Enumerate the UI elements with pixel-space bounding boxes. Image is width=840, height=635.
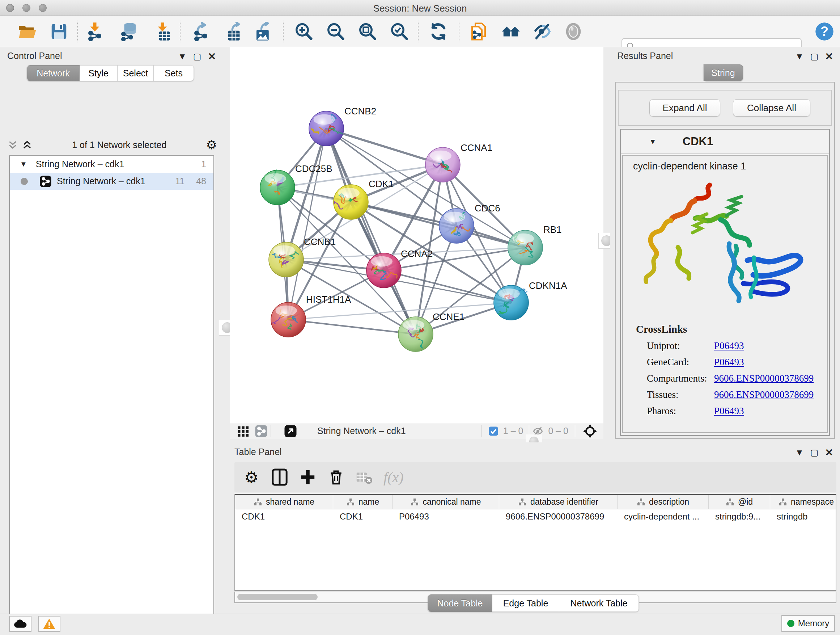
table-gear-icon[interactable]: ⚙ <box>240 466 263 488</box>
help-icon[interactable]: ? <box>815 22 834 41</box>
panel-float-icon[interactable]: ▢ <box>193 51 202 62</box>
memory-button[interactable]: Memory <box>782 615 835 632</box>
node-CDC25B[interactable] <box>260 170 295 205</box>
node-CCNB1[interactable] <box>269 242 303 277</box>
crosslink-link[interactable]: P06493 <box>714 340 744 352</box>
delete-table-icon[interactable] <box>353 466 376 488</box>
export-table-icon[interactable] <box>225 22 245 41</box>
preview-icon[interactable] <box>564 22 583 41</box>
function-builder-icon[interactable]: f(x) <box>384 466 404 488</box>
tab-network[interactable]: Network <box>27 65 80 81</box>
gene-entry-header[interactable]: ▼ CDK1 <box>621 130 829 154</box>
open-session-icon[interactable] <box>17 22 37 41</box>
export-network-icon[interactable] <box>191 22 210 41</box>
panel-float-icon[interactable]: ▢ <box>810 448 819 458</box>
hide-panels-icon[interactable] <box>532 22 552 41</box>
node-label-CDK1: CDK1 <box>369 179 393 189</box>
panel-collapse-icon[interactable]: ▼ <box>795 51 804 62</box>
node-CDC6[interactable] <box>439 209 474 243</box>
node-CDKN1A[interactable] <box>494 285 529 320</box>
share-view-icon[interactable] <box>255 424 268 438</box>
node-HIST1H1A[interactable] <box>271 302 306 337</box>
column-header-name[interactable]: name <box>333 495 393 509</box>
birdseye-icon[interactable] <box>583 424 598 439</box>
crosslink-link[interactable]: 9606.ENSP00000378699 <box>714 389 813 401</box>
tree-expand-icon[interactable]: ▼ <box>20 160 27 168</box>
delete-column-icon[interactable] <box>325 466 347 488</box>
tab-style[interactable]: Style <box>80 65 118 81</box>
panel-float-icon[interactable]: ▢ <box>810 51 819 62</box>
collapse-all-icon[interactable] <box>7 139 18 150</box>
table-cell[interactable]: CDK1 <box>333 509 393 524</box>
selected-checkbox-icon[interactable] <box>488 426 499 437</box>
tab-network-table[interactable]: Network Table <box>559 594 639 612</box>
import-network-database-icon[interactable] <box>119 22 139 41</box>
expand-all-icon[interactable] <box>22 139 33 150</box>
panel-close-icon[interactable]: ✕ <box>825 51 833 62</box>
node-CCNA2[interactable] <box>366 253 401 288</box>
table-cell[interactable]: 9606.ENSP00000378699 <box>499 509 617 524</box>
column-header-canonical-name[interactable]: canonical name <box>393 495 499 509</box>
network-collection-row[interactable]: ▼ String Network – cdk1 1 <box>10 156 213 173</box>
import-table-file-icon[interactable] <box>153 22 172 41</box>
table-row[interactable]: CDK1CDK1P064939606.ENSP00000378699cyclin… <box>235 509 836 524</box>
node-CCNA1[interactable] <box>425 147 460 182</box>
table-cell[interactable]: cyclin-dependent ... <box>617 509 709 524</box>
zoom-selected-icon[interactable] <box>390 22 409 41</box>
tab-edge-table[interactable]: Edge Table <box>493 594 559 612</box>
table-cell[interactable]: stringdb <box>770 509 840 524</box>
warning-icon <box>43 618 56 630</box>
crosslink-link[interactable]: P06493 <box>714 405 744 417</box>
column-header-shared-name[interactable]: shared name <box>235 495 333 509</box>
cloud-button[interactable] <box>9 616 32 632</box>
node-CDK1[interactable] <box>333 185 368 219</box>
export-image-icon[interactable] <box>253 22 273 41</box>
collapse-all-button[interactable]: Collapse All <box>733 99 810 117</box>
network-row-selected[interactable]: String Network – cdk1 11 48 <box>10 173 213 190</box>
columns-icon[interactable] <box>268 466 291 488</box>
expand-all-button[interactable]: Expand All <box>649 99 720 117</box>
clone-network-icon[interactable] <box>469 22 488 41</box>
open-in-window-icon[interactable] <box>284 424 297 438</box>
panel-close-icon[interactable]: ✕ <box>208 51 216 62</box>
table-cell[interactable]: stringdb:9... <box>709 509 770 524</box>
add-column-icon[interactable] <box>297 466 319 488</box>
panel-collapse-icon[interactable]: ▼ <box>795 448 804 458</box>
table-cell[interactable]: P06493 <box>393 509 499 524</box>
tab-sets[interactable]: Sets <box>154 65 194 81</box>
table-tabs: Node TableEdge TableNetwork Table <box>428 594 639 612</box>
network-options-gear-icon[interactable]: ⚙ <box>206 138 217 152</box>
tab-node-table[interactable]: Node Table <box>428 594 493 612</box>
node-CCNE1[interactable] <box>398 317 433 352</box>
save-session-icon[interactable] <box>49 22 69 41</box>
column-header-@id[interactable]: @id <box>709 495 770 509</box>
network-row-label: String Network – cdk1 <box>57 176 145 187</box>
entry-collapse-icon[interactable]: ▼ <box>649 137 657 146</box>
crosslink-link[interactable]: P06493 <box>714 356 744 368</box>
table-hscrollbar-thumb[interactable] <box>237 594 317 600</box>
table-toolbar: ⚙ f(x) <box>234 462 836 492</box>
zoom-fit-icon[interactable] <box>358 22 377 41</box>
panel-collapse-icon[interactable]: ▼ <box>178 51 187 62</box>
network-tree: ▼ String Network – cdk1 1 String Network… <box>9 155 214 635</box>
table-cell[interactable]: CDK1 <box>235 509 333 524</box>
crosslink-link[interactable]: 9606.ENSP00000378699 <box>714 373 813 384</box>
network-canvas[interactable]: CCNB2CCNA1CDC25BCDK1CDC6RB1CCNB1CCNA2CDK… <box>230 47 603 423</box>
column-header-namespace[interactable]: namespace <box>770 495 840 509</box>
node-CCNB2[interactable] <box>309 111 344 146</box>
zoom-out-icon[interactable] <box>326 22 346 41</box>
column-header-database-identifier[interactable]: database identifier <box>499 495 617 509</box>
node-count: 11 <box>175 176 185 187</box>
home-layout-icon[interactable] <box>501 22 521 41</box>
zoom-in-icon[interactable] <box>294 22 314 41</box>
grid-view-icon[interactable] <box>237 424 249 438</box>
warning-button[interactable] <box>38 616 60 632</box>
tab-select[interactable]: Select <box>118 65 154 81</box>
refresh-icon[interactable] <box>429 22 448 41</box>
crosslink-label: Compartments: <box>647 373 714 384</box>
node-RB1[interactable] <box>508 230 543 265</box>
column-header-description[interactable]: description <box>617 495 709 509</box>
tab-string[interactable]: String <box>703 65 743 81</box>
import-network-file-icon[interactable] <box>85 22 104 41</box>
panel-close-icon[interactable]: ✕ <box>825 447 833 458</box>
